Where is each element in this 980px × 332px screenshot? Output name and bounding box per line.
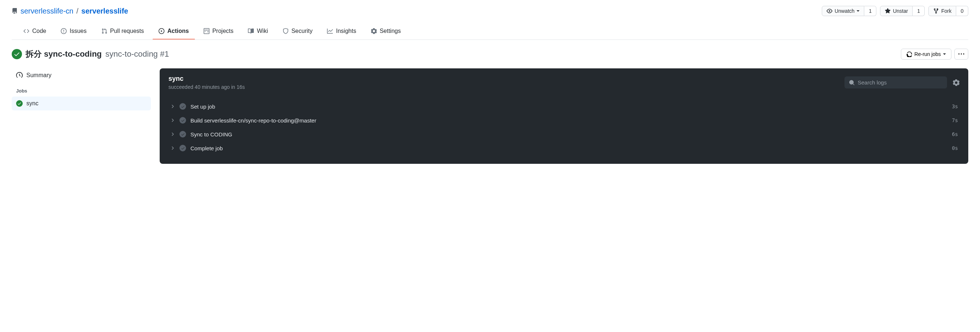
unwatch-button[interactable]: Unwatch [822,6,864,16]
watch-count[interactable]: 1 [864,6,877,16]
job-success-icon [16,100,23,107]
star-icon [885,8,891,14]
repo-breadcrumb: serverlesslife-cn / serverlesslife [12,7,128,15]
tab-issues[interactable]: Issues [55,24,92,40]
unstar-button[interactable]: Unstar [880,6,913,16]
wiki-icon [248,28,254,34]
step-row[interactable]: Complete job 0s [165,141,963,155]
chevron-down-icon [857,10,859,12]
kebab-icon [958,51,964,57]
star-count[interactable]: 1 [913,6,925,16]
breadcrumb-separator: / [76,7,78,15]
sidebar-item-summary[interactable]: Summary [12,68,151,82]
chevron-right-icon [170,118,175,123]
tab-security[interactable]: Security [277,24,318,40]
repo-owner-link[interactable]: serverlesslife-cn [21,7,73,15]
meter-icon [16,72,23,79]
tab-settings[interactable]: Settings [365,24,407,40]
code-icon [24,28,29,34]
insights-icon [327,28,333,34]
chevron-right-icon [170,132,175,137]
kebab-menu-button[interactable] [955,49,968,60]
steps-list: Set up job 3s Build serverlesslife-cn/sy… [160,96,968,164]
tab-projects[interactable]: Projects [198,24,240,40]
step-row[interactable]: Set up job 3s [165,100,963,113]
step-success-icon [180,131,186,138]
chevron-down-icon [943,54,946,55]
tab-wiki[interactable]: Wiki [242,24,274,40]
sidebar-item-job-sync[interactable]: sync [12,96,151,111]
search-icon [849,80,855,85]
gear-icon [371,28,377,34]
fork-icon [933,8,939,14]
rerun-jobs-button[interactable]: Re-run jobs [901,49,951,60]
issues-icon [61,28,67,34]
step-success-icon [180,145,186,151]
actions-icon [159,28,164,34]
eye-icon [827,8,832,14]
workflow-run-title: 拆分 sync-to-coding sync-to-coding #1 [12,49,169,60]
jobs-label: Jobs [12,82,151,96]
step-row[interactable]: Sync to CODING 6s [165,127,963,141]
repo-nav: Code Issues Pull requests Actions Projec… [12,24,968,40]
job-status-text: succeeded 40 minutes ago in 16s [169,84,245,90]
repo-name-link[interactable]: serverlesslife [81,7,128,15]
chevron-right-icon [170,104,175,109]
search-logs-input[interactable] [858,79,943,85]
repo-icon [12,8,18,14]
log-panel: sync succeeded 40 minutes ago in 16s Set… [160,68,968,164]
search-logs-box[interactable] [845,76,947,89]
log-settings-button[interactable] [953,79,959,86]
fork-button[interactable]: Fork [928,6,956,16]
status-success-icon [12,49,22,59]
pull-request-icon [102,28,107,34]
sync-icon [907,51,912,57]
chevron-right-icon [170,145,175,151]
step-success-icon [180,117,186,123]
projects-icon [204,28,210,34]
sidebar: Summary Jobs sync [12,68,151,164]
tab-insights[interactable]: Insights [321,24,362,40]
fork-count[interactable]: 0 [956,6,968,16]
tab-code[interactable]: Code [18,24,52,40]
step-row[interactable]: Build serverlesslife-cn/sync-repo-to-cod… [165,113,963,127]
repo-actions: Unwatch 1 Unstar 1 Fork 0 [822,6,968,16]
job-title: sync [169,75,245,83]
tab-actions[interactable]: Actions [153,24,195,40]
step-success-icon [180,103,186,110]
shield-icon [283,28,289,34]
tab-pull-requests[interactable]: Pull requests [95,24,150,40]
